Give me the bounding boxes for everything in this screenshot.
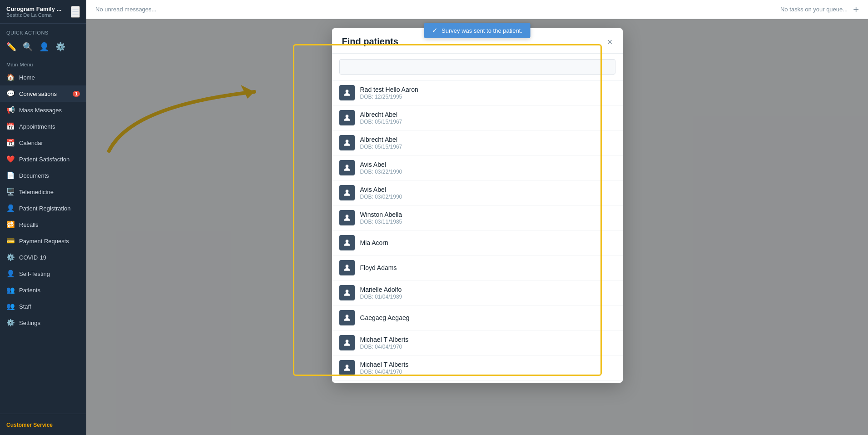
patient-name: Gaegaeg Aegaeg [360, 314, 410, 321]
sidebar-item-label-patient-satisfaction: Patient Satisfaction [19, 156, 69, 163]
svg-point-11 [345, 340, 348, 343]
patient-avatar [339, 285, 355, 300]
patient-name: Avis Abel [360, 161, 402, 168]
recalls-icon: 🔁 [6, 220, 15, 229]
patient-avatar [339, 160, 355, 175]
customer-service-link[interactable]: Customer Service [6, 422, 53, 428]
patient-dob: DOB: 03/22/1990 [360, 169, 402, 175]
sidebar-item-settings[interactable]: ⚙️ Settings [0, 315, 86, 331]
top-bar: No unread messages... No tasks on your q… [86, 0, 868, 19]
patient-name: Michael T Alberts [360, 361, 409, 368]
patient-avatar [339, 260, 355, 275]
patient-name: Mia Acorn [360, 239, 388, 246]
quick-actions-bar: ✏️ 🔍 👤 ⚙️ [0, 38, 86, 58]
patient-list-item[interactable]: Floyd Adams [332, 255, 623, 280]
quick-actions-title: Quick Actions [0, 24, 86, 38]
sidebar-item-label-self-testing: Self-Testing [19, 270, 50, 277]
patient-search-input[interactable] [339, 59, 615, 75]
search-quick-button[interactable]: 🔍 [23, 42, 33, 52]
compose-button[interactable]: ✏️ [6, 42, 16, 52]
patient-list-item[interactable]: Winston Abella DOB: 03/11/1985 [332, 205, 623, 230]
sidebar-item-conversations[interactable]: 💬 Conversations 1 [0, 85, 86, 102]
patient-name: Avis Abel [360, 186, 402, 193]
patient-list-item[interactable]: Mia Acorn [332, 230, 623, 255]
modal-title: Find patients [342, 36, 398, 47]
patient-list-item[interactable]: Avis Abel DOB: 03/22/1990 [332, 155, 623, 180]
sidebar-item-home[interactable]: 🏠 Home [0, 69, 86, 85]
svg-point-5 [345, 190, 348, 193]
payment-requests-icon: 💳 [6, 237, 15, 245]
patient-avatar [339, 310, 355, 325]
main-menu-title: Main Menu [0, 58, 86, 69]
sidebar-item-patient-registration[interactable]: 👤 Patient Registration [0, 200, 86, 216]
patient-name: Rad test Hello Aaron [360, 86, 418, 93]
patient-list-item[interactable]: Avis Abel DOB: 03/02/1990 [332, 180, 623, 205]
patient-dob: DOB: 04/04/1970 [360, 369, 409, 375]
sidebar-item-payment-requests[interactable]: 💳 Payment Requests [0, 233, 86, 249]
patient-list-item[interactable]: Maximillian Alger [332, 380, 623, 383]
telemedicine-icon: 🖥️ [6, 188, 15, 196]
mass-messages-icon: 📢 [6, 106, 15, 114]
sidebar-item-telemedicine[interactable]: 🖥️ Telemedicine [0, 184, 86, 200]
patient-name: Albrecht Abel [360, 136, 402, 143]
svg-point-8 [345, 265, 348, 268]
toast-check-icon: ✓ [432, 26, 438, 35]
sidebar-item-calendar[interactable]: 📆 Calendar [0, 135, 86, 151]
sidebar-item-patient-satisfaction[interactable]: ❤️ Patient Satisfaction [0, 151, 86, 167]
body-area: ✓ Survey was sent to the patient. Find p… [86, 19, 868, 435]
filter-button[interactable]: ⚙️ [55, 42, 65, 52]
patient-list: Rad test Hello Aaron DOB: 12/25/1995 Alb… [332, 80, 623, 383]
toast-notification: ✓ Survey was sent to the patient. [424, 23, 531, 38]
sidebar-item-documents[interactable]: 📄 Documents [0, 167, 86, 184]
home-icon: 🏠 [6, 73, 15, 81]
sidebar-item-label-patients: Patients [19, 287, 40, 294]
user-add-button[interactable]: 👤 [39, 42, 49, 52]
patient-list-item[interactable]: Albrecht Abel DOB: 05/15/1967 [332, 105, 623, 130]
patient-list-item[interactable]: Michael T Alberts DOB: 04/04/1970 [332, 330, 623, 355]
patient-list-item[interactable]: Michael T Alberts DOB: 04/04/1970 [332, 355, 623, 380]
settings-icon: ⚙️ [6, 319, 15, 327]
patient-name: Albrecht Abel [360, 111, 402, 118]
conversations-icon: 💬 [6, 90, 15, 98]
svg-point-4 [345, 165, 348, 168]
svg-point-9 [345, 290, 348, 293]
nav-menu: 🏠 Home 💬 Conversations 1 📢 Mass Messages… [0, 69, 86, 331]
modal-overlay[interactable]: Find patients × 🔍 Rad test Hello Aaron D… [86, 19, 868, 435]
sidebar-item-appointments[interactable]: 📅 Appointments [0, 118, 86, 135]
sidebar-item-staff[interactable]: 👥 Staff [0, 298, 86, 315]
patient-avatar [339, 360, 355, 375]
appointments-icon: 📅 [6, 122, 15, 130]
self-testing-icon: 👤 [6, 270, 15, 278]
modal-close-button[interactable]: × [607, 37, 613, 46]
patient-dob: DOB: 05/15/1967 [360, 144, 402, 150]
sidebar-item-patients[interactable]: 👥 Patients [0, 282, 86, 298]
sidebar-item-self-testing[interactable]: 👤 Self-Testing [0, 265, 86, 282]
patient-list-item[interactable]: Albrecht Abel DOB: 05/15/1967 [332, 130, 623, 155]
toast-message: Survey was sent to the patient. [441, 27, 522, 34]
sidebar-item-label-calendar: Calendar [19, 140, 43, 146]
svg-point-3 [345, 140, 348, 143]
sidebar-item-covid-19[interactable]: ⚙️ COVID-19 [0, 249, 86, 265]
patient-avatar [339, 110, 355, 125]
sidebar-item-label-payment-requests: Payment Requests [19, 238, 69, 245]
patient-list-item[interactable]: Marielle Adolfo DOB: 01/04/1989 [332, 280, 623, 305]
patient-name: Michael T Alberts [360, 336, 409, 343]
patient-registration-icon: 👤 [6, 204, 15, 212]
sidebar-item-mass-messages[interactable]: 📢 Mass Messages [0, 102, 86, 118]
find-patients-modal: Find patients × 🔍 Rad test Hello Aaron D… [332, 28, 623, 383]
sidebar-item-label-documents: Documents [19, 172, 49, 179]
sidebar-item-label-home: Home [19, 74, 35, 81]
sidebar-item-recalls[interactable]: 🔁 Recalls [0, 216, 86, 233]
patient-name: Floyd Adams [360, 264, 397, 271]
sidebar-item-label-mass-messages: Mass Messages [19, 107, 62, 114]
patient-list-item[interactable]: Gaegaeg Aegaeg [332, 305, 623, 330]
patient-list-item[interactable]: Rad test Hello Aaron DOB: 12/25/1995 [332, 80, 623, 105]
covid-19-icon: ⚙️ [6, 253, 15, 261]
hamburger-button[interactable]: ☰ [71, 6, 80, 18]
add-task-button[interactable]: + [853, 4, 859, 15]
patient-dob: DOB: 04/04/1970 [360, 344, 409, 350]
sidebar-item-label-covid-19: COVID-19 [19, 254, 46, 261]
main-content: No unread messages... No tasks on your q… [86, 0, 868, 435]
patient-dob: DOB: 05/15/1967 [360, 119, 402, 125]
staff-icon: 👥 [6, 302, 15, 310]
